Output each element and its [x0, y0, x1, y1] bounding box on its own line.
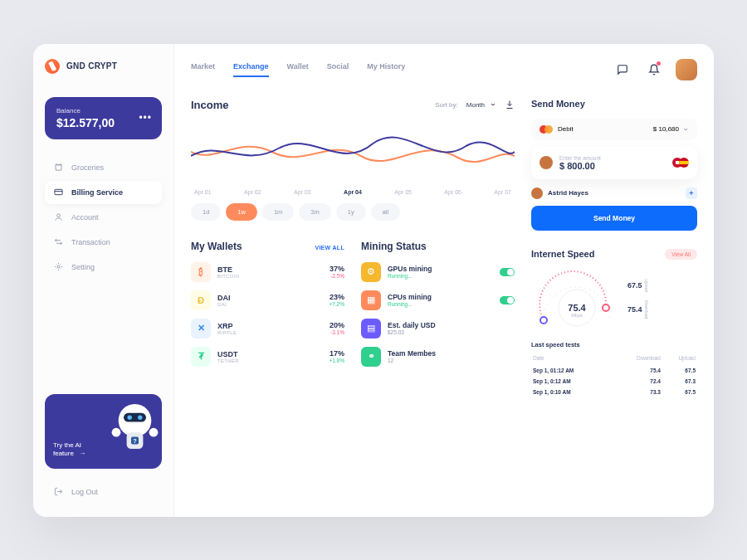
download-value: 75.4: [627, 305, 642, 314]
right-column: Send Money Debit $ 10,680 Enter the amou…: [531, 99, 697, 502]
wallet-row[interactable]: Đ DAI DAI 23% +7.2%: [191, 290, 344, 310]
wallet-row[interactable]: ✕ XRP RIPPLE 20% -3.1%: [191, 319, 344, 338]
add-recipient-button[interactable]: +: [686, 187, 697, 199]
chat-icon[interactable]: [613, 60, 632, 80]
promo-text: Try the AI feature →: [53, 441, 85, 459]
coin-icon: ₿: [191, 262, 211, 282]
amount-value: $ 800.00: [559, 161, 669, 171]
svg-rect-4: [124, 412, 146, 421]
tab-wallet[interactable]: Wallet: [287, 62, 309, 77]
wallet-pct: 17%: [329, 349, 344, 358]
recipient-avatar: [531, 187, 543, 199]
tab-social[interactable]: Social: [327, 62, 349, 77]
tab-history[interactable]: My History: [367, 62, 405, 77]
mining-row[interactable]: ⚙ GPUs mining Running...: [361, 262, 515, 282]
toggle-switch[interactable]: [500, 296, 515, 304]
amount-input-card[interactable]: Enter the amount $ 800.00: [531, 147, 697, 179]
wallet-symbol: XRP: [217, 322, 323, 330]
user-avatar[interactable]: [676, 59, 697, 80]
wallets-panel: My Wallets VIEW ALL ₿ BTE BITCOIN 37% -2…: [191, 241, 344, 375]
nav-billing[interactable]: Billing Service: [45, 181, 162, 204]
debit-card-select[interactable]: Debit $ 10,680: [531, 119, 697, 140]
mining-row[interactable]: ⚭ Team Membes 12: [361, 347, 515, 367]
nav-transaction[interactable]: Transaction: [45, 231, 162, 254]
robot-icon: ?: [94, 394, 162, 464]
wallet-name: RIPPLE: [217, 330, 323, 335]
mining-item-title: Team Membes: [388, 349, 515, 358]
wallet-delta: +1.8%: [329, 358, 344, 363]
wallet-pct: 23%: [329, 293, 344, 301]
transfer-icon: [53, 237, 63, 247]
mastercard-icon: [540, 125, 553, 134]
wallet-delta: -2.5%: [330, 273, 344, 279]
logout-icon: [53, 487, 63, 497]
currency-flags[interactable]: [676, 158, 689, 168]
wallet-name: BITCOIN: [217, 274, 323, 279]
svg-point-12: [540, 317, 547, 324]
wallet-pct: 37%: [330, 265, 344, 273]
nav-setting[interactable]: Setting: [45, 256, 162, 279]
bell-icon[interactable]: [644, 60, 664, 80]
wallets-view-all[interactable]: VIEW ALL: [315, 245, 344, 251]
promo-card[interactable]: ? Try the AI feature →: [45, 394, 162, 469]
income-chart: [191, 123, 515, 181]
mining-row[interactable]: ▦ CPUs mining Running...: [361, 290, 515, 310]
tests-table: Date Download Upload Sep 1, 01:12 AM75.4…: [531, 353, 697, 398]
speed-view-all[interactable]: View All: [665, 249, 697, 260]
tab-exchange[interactable]: Exchange: [233, 62, 269, 77]
svg-point-10: [112, 427, 121, 436]
sender-avatar: [540, 156, 553, 169]
logo[interactable]: GND CRYPT: [45, 59, 162, 74]
send-title: Send Money: [531, 99, 697, 109]
card-type: Debit: [558, 125, 574, 133]
content-grid: Income Sort by: Month: [191, 99, 697, 502]
arrow-right-icon: →: [79, 450, 85, 457]
send-money-button[interactable]: Send Money: [531, 206, 697, 231]
balance-value: $12.577,00: [56, 116, 150, 129]
nav-account[interactable]: Account: [45, 206, 162, 229]
range-3m[interactable]: 3m: [299, 203, 330, 221]
tab-market[interactable]: Market: [191, 62, 215, 77]
mining-icon: ⚭: [361, 347, 381, 367]
wallet-row[interactable]: ₿ BTE BITCOIN 37% -2.5%: [191, 262, 344, 282]
chevron-down-icon: [682, 126, 689, 133]
range-1m[interactable]: 1m: [262, 203, 294, 221]
range-all[interactable]: all: [371, 203, 401, 221]
recipient-name: Astrid Hayes: [548, 189, 588, 197]
speed-title: Internet Speed: [531, 249, 594, 259]
sort-select[interactable]: Month: [466, 101, 496, 109]
download-icon[interactable]: [505, 100, 515, 110]
range-1d[interactable]: 1d: [191, 203, 221, 221]
nav-label: Account: [71, 213, 99, 222]
nav-label: Transaction: [71, 238, 110, 246]
flag-icon: [679, 158, 689, 168]
svg-point-13: [603, 304, 609, 311]
logo-icon: [45, 59, 60, 74]
balance-card[interactable]: Balance $12.577,00 •••: [45, 97, 162, 139]
logout-button[interactable]: Log Out: [45, 482, 162, 502]
mining-item-sub: Running...: [388, 301, 493, 307]
svg-point-2: [57, 265, 60, 268]
wallet-delta: -3.1%: [330, 329, 344, 335]
wallet-row[interactable]: ₮ USDT TETHER 17% +1.8%: [191, 347, 344, 367]
chevron-down-icon: [490, 101, 496, 108]
coin-icon: ✕: [191, 319, 211, 338]
mining-row[interactable]: ▤ Est. daily USD $25.03: [361, 319, 515, 338]
toggle-switch[interactable]: [500, 268, 515, 276]
svg-point-1: [56, 214, 60, 217]
wallet-pct: 20%: [330, 321, 344, 329]
mining-icon: ▤: [361, 319, 381, 338]
recipient-row[interactable]: Astrid Hayes +: [531, 187, 697, 199]
topbar-actions: [613, 59, 697, 80]
balance-label: Balance: [56, 107, 150, 114]
nav-groceries[interactable]: Groceries: [45, 156, 162, 179]
sort-controls: Sort by: Month: [435, 100, 515, 110]
download-label: Download: [644, 300, 649, 319]
svg-text:?: ?: [133, 436, 136, 444]
range-1y[interactable]: 1y: [336, 203, 366, 221]
svg-point-11: [149, 427, 159, 436]
mining-panel: Mining Status ⚙ GPUs mining Running... ▦…: [361, 241, 515, 375]
bottom-row: My Wallets VIEW ALL ₿ BTE BITCOIN 37% -2…: [191, 241, 515, 375]
range-1w[interactable]: 1w: [226, 203, 257, 221]
more-icon[interactable]: •••: [139, 112, 152, 124]
